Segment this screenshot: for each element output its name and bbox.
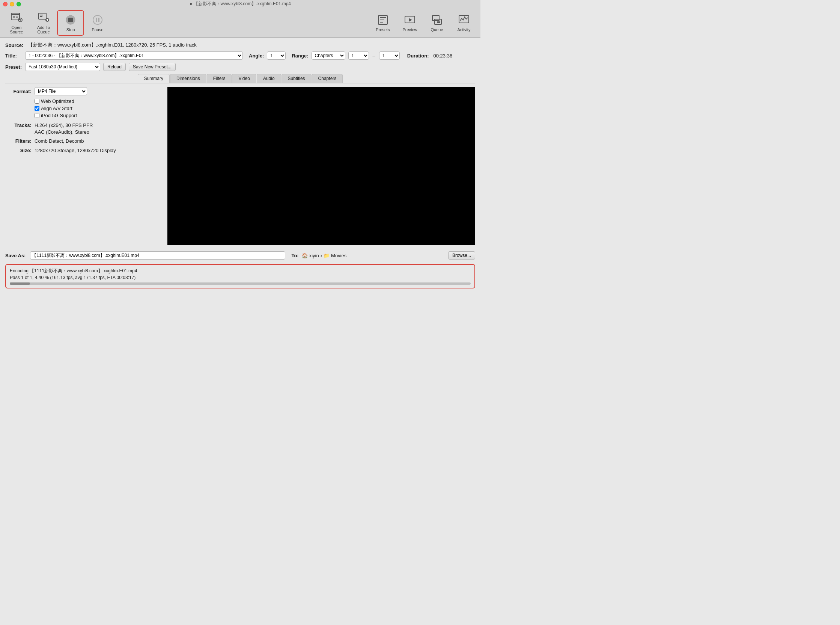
toolbar-right: Presets Preview Queue Activity [369,10,477,36]
open-source-icon [11,12,23,24]
range-dash: – [373,53,375,59]
svg-rect-2 [13,16,15,18]
presets-label: Presets [376,27,390,32]
duration-label: Duration: [407,53,429,59]
save-as-input[interactable] [30,251,285,260]
info-section: Tracks: H.264 (x264), 30 FPS PFR AAC (Co… [5,122,163,154]
preset-row: Preset: Fast 1080p30 (Modified) Reload S… [5,63,475,71]
preview-icon [404,14,416,26]
tab-chapters[interactable]: Chapters [312,74,343,83]
path-user: xiyin [309,253,319,258]
add-queue-icon [37,12,50,24]
pause-label: Pause [91,27,103,32]
range-type-select[interactable]: Chapters [312,51,345,60]
tabs-bar: Summary Dimensions Filters Video Audio S… [5,74,475,83]
web-optimized-row: Web Optimized [34,98,163,104]
stop-label: Stop [67,27,75,32]
svg-rect-15 [68,18,73,22]
filters-row: Filters: Comb Detect, Decomb [5,138,163,145]
format-row: Format: MP4 File [5,87,163,95]
progress-track [10,283,471,285]
svg-rect-17 [96,18,97,22]
preset-select[interactable]: Fast 1080p30 (Modified) [25,63,100,71]
tab-summary[interactable]: Summary [138,74,170,83]
activity-button[interactable]: Activity [450,10,477,36]
maximize-dot[interactable] [17,2,21,6]
tab-subtitles[interactable]: Subtitles [282,74,312,83]
main-body: Format: MP4 File Web Optimized Align A/V… [5,87,475,245]
tab-audio[interactable]: Audio [257,74,281,83]
svg-rect-18 [98,18,99,22]
format-label: Format: [5,89,31,94]
toolbar: Open Source Add To Queue Stop Pause [0,8,480,37]
path-folder: Movies [331,253,346,258]
web-optimized-checkbox[interactable] [34,99,39,104]
tracks-value: H.264 (x264), 30 FPS PFR AAC (CoreAudio)… [34,122,93,135]
encoding-line2: Pass 1 of 1, 4.40 % (161.13 fps, avg 171… [10,275,471,280]
path-folder-icon: 📁 [324,253,330,258]
source-label: Source: [5,42,26,48]
title-row: Title: 1 - 00:23:36 - 【新影不离：www.xybl8.co… [5,51,475,60]
tab-video[interactable]: Video [232,74,256,83]
left-panel: Format: MP4 File Web Optimized Align A/V… [5,87,163,245]
queue-button[interactable]: Queue [423,10,450,36]
preview-button[interactable]: Preview [396,10,423,36]
tab-filters[interactable]: Filters [207,74,232,83]
titlebar: ● 【新影不离：www.xybl8.com】.xxghlm.E01.mp4 [0,0,480,8]
format-select[interactable]: MP4 File [34,87,87,95]
svg-marker-24 [409,18,412,22]
pause-button[interactable]: Pause [84,10,111,36]
svg-rect-25 [432,16,439,21]
filters-value: Comb Detect, Decomb [34,138,84,145]
ipod-label[interactable]: iPod 5G Support [41,113,77,118]
range-to-select[interactable]: 1 [379,51,400,60]
filters-label: Filters: [5,138,31,144]
window-controls [3,2,21,6]
encoding-line1: Encoding 【1111新影不离：www.xybl8.com】.xxghlm… [10,268,471,274]
close-dot[interactable] [3,2,8,6]
tab-dimensions[interactable]: Dimensions [170,74,206,83]
title-select[interactable]: 1 - 00:23:36 - 【新影不离：www.xybl8.com】.xxgh… [25,51,243,60]
path-display: 🏠 xiyin › 📁 Movies [302,253,347,258]
reload-button[interactable]: Reload [103,63,126,71]
window-title: ● 【新影不离：www.xybl8.com】.xxghlm.E01.mp4 [189,1,291,7]
open-source-label: Open Source [7,25,26,34]
angle-select[interactable]: 1 [267,51,286,60]
source-value: 【新影不离：www.xybl8.com】.xxghlm.E01, 1280x72… [28,42,197,48]
add-to-queue-button[interactable]: Add To Queue [30,10,57,36]
queue-label: Queue [431,27,443,32]
browse-button[interactable]: Browse... [448,251,475,260]
preset-label: Preset: [5,64,22,70]
save-as-label: Save As: [5,253,26,258]
web-optimized-label[interactable]: Web Optimized [41,98,74,104]
progress-fill [10,283,30,285]
save-row: Save As: To: 🏠 xiyin › 📁 Movies Browse..… [0,248,480,263]
ipod-row: iPod 5G Support [34,113,163,118]
preview-area [167,87,475,245]
svg-point-16 [93,16,102,25]
align-av-checkbox[interactable] [34,106,39,111]
save-preset-button[interactable]: Save New Preset... [129,63,176,71]
path-home-icon: 🏠 [302,253,308,258]
checkboxes-group: Web Optimized Align A/V Start iPod 5G Su… [34,98,163,118]
to-label: To: [291,253,298,258]
range-from-select[interactable]: 1 [348,51,369,60]
ipod-checkbox[interactable] [34,113,39,118]
minimize-dot[interactable] [10,2,14,6]
tracks-row: Tracks: H.264 (x264), 30 FPS PFR AAC (Co… [5,122,163,135]
duration-value: 00:23:36 [434,53,453,59]
range-label: Range: [291,53,308,59]
tracks-label: Tracks: [5,123,31,128]
activity-icon [458,14,470,26]
title-label: Title: [5,53,22,59]
svg-rect-27 [437,22,440,23]
open-source-button[interactable]: Open Source [3,10,30,36]
presets-button[interactable]: Presets [369,10,396,36]
stop-button[interactable]: Stop [57,10,84,36]
presets-icon [377,14,389,26]
align-av-label[interactable]: Align A/V Start [41,106,73,111]
path-separator: › [321,253,322,258]
size-row: Size: 1280x720 Storage, 1280x720 Display [5,147,163,154]
angle-label: Angle: [249,53,264,59]
main-content: Source: 【新影不离：www.xybl8.com】.xxghlm.E01,… [0,38,480,248]
